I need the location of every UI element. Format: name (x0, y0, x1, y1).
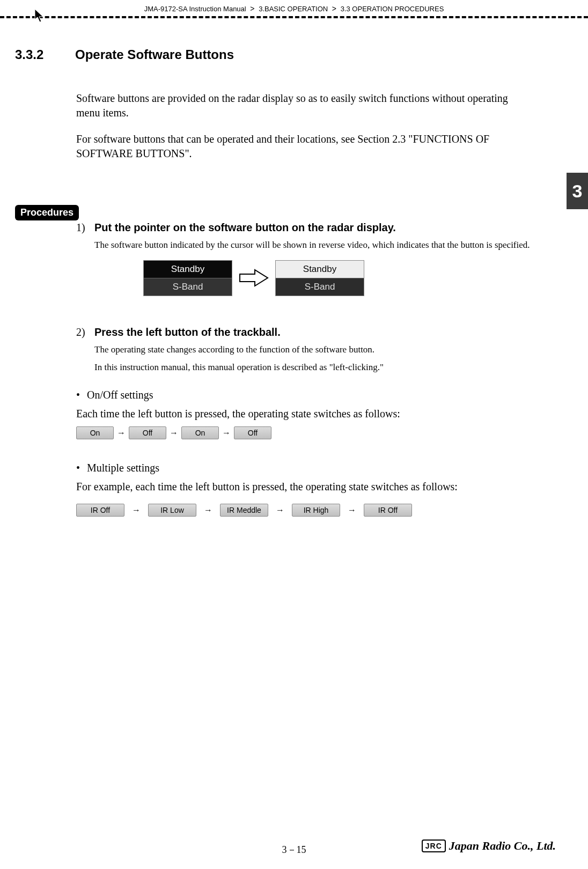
intro-paragraph-2: For software buttons that can be operate… (76, 132, 534, 161)
toggle-on: On (76, 426, 114, 439)
ui-box-before: Standby S-Band (143, 260, 232, 296)
bullet-icon: • (76, 389, 87, 401)
toggle-on: On (181, 426, 219, 439)
arrow-right-icon (239, 268, 269, 288)
toggle-off: Off (129, 426, 166, 439)
breadcrumb-part-1: JMA-9172-SA Instruction Manual (144, 5, 246, 13)
page-number: 3－15 (282, 843, 306, 856)
multi-bullet-label: Multiple settings (87, 462, 159, 474)
step-2-title: Press the left button of the trackball. (94, 326, 281, 338)
step-2-number: 2) (76, 326, 94, 338)
section-number: 3.3.2 (15, 47, 75, 62)
company-logo: JRC Japan Radio Co., Ltd. (422, 839, 556, 853)
breadcrumb-sep: > (250, 4, 254, 13)
section-heading: 3.3.2 Operate Software Buttons (15, 47, 545, 62)
step-2-description-2: In this instruction manual, this manual … (94, 362, 534, 374)
arrow-icon: → (117, 428, 126, 438)
multi-sequence: IR Off → IR Low → IR Meddle → IR High → … (76, 504, 545, 517)
arrow-icon: → (276, 505, 284, 515)
breadcrumb-part-2: 3.BASIC OPERATION (259, 5, 328, 13)
toggle-off: Off (234, 426, 271, 439)
onoff-description: Each time the left button is pressed, th… (76, 407, 534, 421)
step-1-description: The software button indicated by the cur… (94, 239, 534, 252)
company-name: Japan Radio Co., Ltd. (449, 839, 556, 853)
step-2-description-1: The operating state changes according to… (94, 344, 534, 356)
chapter-tab-number: 3 (572, 181, 583, 202)
ui-box-before-row2: S-Band (144, 278, 232, 296)
onoff-bullet: •On/Off settings (76, 389, 545, 401)
jrc-badge: JRC (422, 839, 446, 852)
chapter-tab: 3 (567, 173, 588, 209)
ui-box-after-row2: S-Band (276, 278, 364, 296)
multi-bullet: •Multiple settings (76, 462, 545, 474)
intro-paragraph-1: Software buttons are provided on the rad… (76, 91, 534, 120)
step-1-number: 1) (76, 222, 94, 234)
toggle-ir-off: IR Off (364, 504, 412, 517)
arrow-icon: → (348, 505, 356, 515)
arrow-icon: → (222, 428, 231, 438)
section-title: Operate Software Buttons (75, 47, 234, 62)
breadcrumb: JMA-9172-SA Instruction Manual > 3.BASIC… (0, 0, 588, 16)
ui-box-after-row1: Standby (276, 261, 364, 278)
onoff-bullet-label: On/Off settings (87, 389, 153, 401)
breadcrumb-part-3: 3.3 OPERATION PROCEDURES (341, 5, 444, 13)
step-1: 1) Put the pointer on the software butto… (76, 222, 534, 296)
step-2: 2) Press the left button of the trackbal… (76, 326, 534, 374)
standby-illustration: Standby S-Band Standby S-Band (143, 260, 534, 296)
divider-dashed (0, 16, 588, 18)
ui-box-before-row1: Standby (144, 261, 232, 278)
step-1-title: Put the pointer on the software button o… (94, 222, 396, 234)
bullet-icon: • (76, 462, 87, 474)
toggle-ir-meddle: IR Meddle (220, 504, 268, 517)
ui-box-after: Standby S-Band (275, 260, 364, 296)
arrow-icon: → (132, 505, 141, 515)
arrow-icon: → (170, 428, 178, 438)
breadcrumb-sep: > (332, 4, 336, 13)
toggle-ir-off: IR Off (76, 504, 124, 517)
arrow-icon: → (204, 505, 212, 515)
toggle-ir-high: IR High (292, 504, 340, 517)
toggle-ir-low: IR Low (148, 504, 196, 517)
multi-description: For example, each time the left button i… (76, 480, 534, 494)
onoff-sequence: On → Off → On → Off (76, 426, 545, 439)
procedures-label: Procedures (15, 205, 79, 220)
